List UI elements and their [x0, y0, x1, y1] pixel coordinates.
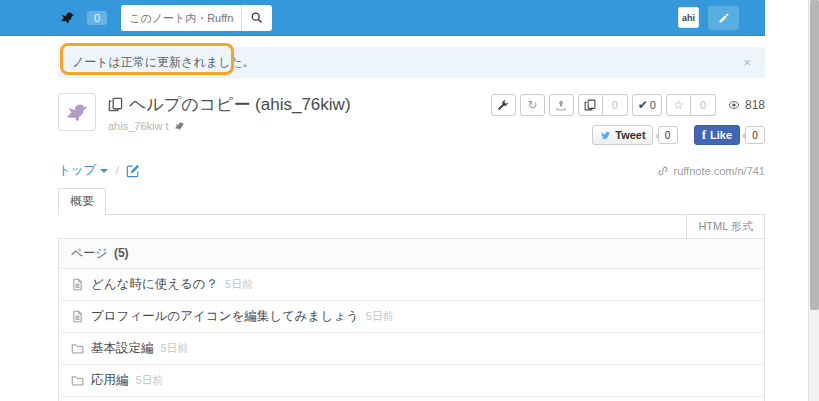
title-column: ヘルプのコピー (ahis_76kiw) ahis_76kiw t	[108, 93, 351, 145]
search-icon	[250, 11, 263, 24]
search-input[interactable]	[121, 5, 241, 31]
permalink-url: ruffnote.com/n/741	[673, 165, 765, 177]
social-buttons: Tweet 0 f Like 0	[491, 125, 765, 145]
timestamp: 5日前	[161, 341, 189, 356]
list-item[interactable]: プロフィールのアイコンを編集してみましょう 5日前	[59, 301, 764, 333]
note-header: ヘルプのコピー (ahis_76kiw) ahis_76kiw t	[58, 93, 765, 145]
page-link[interactable]: 基本設定編	[91, 340, 154, 357]
list-item[interactable]: 開発情報 5日前	[59, 397, 764, 401]
caret-down-icon	[100, 169, 108, 177]
main-container: ノートは正常に更新されました。 × ヘルプのコピー (ahis_76kiw) a…	[58, 47, 765, 401]
notification-badge[interactable]: 0	[87, 11, 107, 25]
twitter-bird-icon	[599, 130, 612, 141]
breadcrumb-label: トップ	[58, 162, 96, 179]
copy-count[interactable]: 0	[603, 94, 628, 116]
purple-bird-avatar-icon	[63, 99, 91, 125]
copy-count-group: 0	[578, 94, 628, 116]
like-count[interactable]: 0	[745, 126, 765, 144]
list-item[interactable]: 基本設定編 5日前	[59, 333, 764, 365]
timestamp: 5日前	[136, 373, 164, 388]
note-actions: ↻ 0	[491, 93, 765, 145]
folder-icon	[71, 342, 84, 355]
pages-label: ページ	[71, 246, 108, 260]
page-title-row: ヘルプのコピー (ahis_76kiw)	[108, 93, 351, 116]
page-link[interactable]: プロフィールのアイコンを編集してみましょう	[91, 308, 359, 325]
refresh-icon: ↻	[527, 99, 537, 111]
page-link[interactable]: 応用編	[91, 372, 129, 389]
list-item[interactable]: 応用編 5日前	[59, 365, 764, 397]
close-icon[interactable]: ×	[743, 56, 751, 69]
check-button[interactable]: ✔ 0	[632, 94, 662, 116]
owner-name[interactable]: ahis_76kiw t	[108, 120, 169, 132]
like-widget: f Like 0	[694, 125, 765, 145]
star-icon: ☆	[673, 99, 684, 111]
copy-note-button[interactable]	[578, 94, 603, 116]
breadcrumb-top-link[interactable]: トップ	[58, 162, 108, 179]
facebook-like-button[interactable]: f Like	[694, 125, 740, 145]
tab-overview[interactable]: 概要	[58, 188, 106, 215]
note-toolbar: ↻ 0	[491, 94, 765, 116]
pages-panel: ページ (5) どんな時に使えるの？ 5日前 プロフィールのアイコンを編集してみ…	[58, 238, 765, 401]
view-count: 818	[745, 98, 765, 112]
permalink[interactable]: ruffnote.com/n/741	[657, 165, 765, 177]
upload-button[interactable]	[549, 94, 574, 116]
copy-icon	[108, 97, 123, 112]
tweet-count[interactable]: 0	[658, 126, 678, 144]
timestamp: 5日前	[366, 309, 394, 324]
html-format-button[interactable]: HTML 形式	[686, 215, 765, 238]
pencil-icon	[718, 12, 730, 24]
star-button[interactable]: ☆	[666, 94, 691, 116]
refresh-button[interactable]: ↻	[520, 94, 545, 116]
ruffnote-bird-logo-icon[interactable]	[58, 9, 78, 27]
scrollbar-thumb[interactable]	[810, 0, 819, 310]
copy-icon	[584, 99, 596, 111]
pages-header: ページ (5)	[59, 239, 764, 269]
alert-message: ノートは正常に更新されました。	[72, 54, 255, 71]
tweet-widget: Tweet 0	[592, 125, 677, 145]
facebook-icon: f	[702, 127, 706, 143]
navbar-right: ahi	[678, 6, 739, 30]
search-button[interactable]	[241, 5, 272, 31]
user-avatar[interactable]: ahi	[678, 7, 699, 28]
note-avatar[interactable]	[58, 93, 96, 131]
check-icon: ✔	[638, 99, 648, 111]
success-alert: ノートは正常に更新されました。 ×	[58, 47, 765, 78]
file-icon	[71, 310, 84, 323]
page-link[interactable]: どんな時に使えるの？	[91, 276, 218, 293]
edit-page-icon[interactable]	[126, 164, 140, 178]
owner-line: ahis_76kiw t	[108, 120, 351, 132]
pages-count: (5)	[114, 246, 129, 260]
check-count: 0	[650, 99, 656, 111]
page: 0 ahi ノートは正常に更新されました。 ×	[0, 0, 765, 401]
tab-bar: 概要	[58, 188, 765, 215]
star-count[interactable]: 0	[691, 94, 716, 116]
like-label: Like	[710, 129, 732, 141]
folder-icon	[71, 374, 84, 387]
bird-icon	[173, 120, 186, 132]
format-row: HTML 形式	[58, 215, 765, 238]
breadcrumb: トップ / ruffnote.com/n/741	[58, 162, 765, 179]
new-note-button[interactable]	[708, 6, 739, 30]
upload-icon	[555, 99, 567, 111]
timestamp: 5日前	[225, 277, 253, 292]
note-title: ヘルプのコピー (ahis_76kiw)	[129, 93, 351, 116]
file-icon	[71, 278, 84, 291]
settings-button[interactable]	[491, 94, 516, 116]
search-group	[121, 5, 272, 31]
breadcrumb-separator: /	[115, 164, 118, 178]
vertical-scrollbar[interactable]	[808, 0, 819, 401]
view-counter: 818	[727, 98, 765, 112]
star-count-group: ☆ 0	[666, 94, 716, 116]
eye-icon	[727, 99, 741, 111]
tweet-button[interactable]: Tweet	[592, 125, 652, 145]
tweet-label: Tweet	[615, 129, 645, 141]
link-icon	[657, 165, 669, 177]
top-navbar: 0 ahi	[0, 0, 765, 36]
wrench-icon	[497, 99, 509, 111]
list-item[interactable]: どんな時に使えるの？ 5日前	[59, 269, 764, 301]
